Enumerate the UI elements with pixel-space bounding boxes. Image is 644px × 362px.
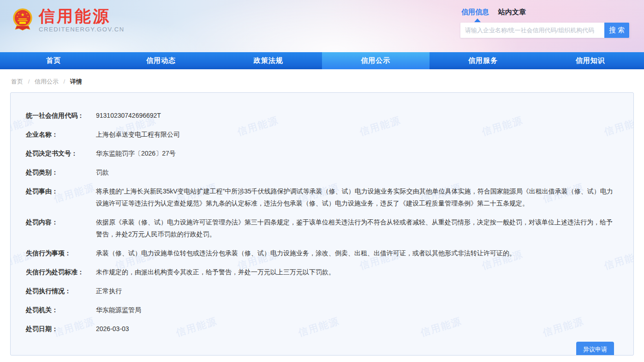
field-value: 2026-03-03 — [96, 323, 615, 335]
breadcrumb: 首页 / 信用公示 / 详情 — [11, 78, 82, 86]
detail-row: 处罚日期：2026-03-03 — [26, 323, 615, 335]
site-logo[interactable]: ★ ★ ★ ★ ★ 信用能源 CREDITENERGY.GOV.CN — [12, 7, 125, 33]
main-nav: 首页 信用动态 政策法规 信用公示 信用服务 信用知识 — [0, 52, 644, 69]
detail-row: 处罚内容：依据原《承装（修、试）电力设施许可证管理办法》第三十四条规定，鉴于该单… — [26, 216, 615, 240]
field-value: 将承揽的“上海长兴新民35kV变电站扩建工程”中所涉35千伏线路保护调试等承装（… — [96, 185, 615, 209]
detail-row: 处罚决定书文号：华东监能罚字〔2026〕27号 — [26, 147, 615, 159]
penalty-detail-card: 信用能源信用能源信用能源信用能源信用能源信用能源信用能源信用能源信用能源信用能源… — [10, 92, 634, 356]
tab-credit-info[interactable]: 信用信息 — [461, 8, 489, 17]
nav-item-policies[interactable]: 政策法规 — [215, 52, 322, 69]
breadcrumb-credit-publicity[interactable]: 信用公示 — [35, 78, 59, 85]
field-label: 统一社会信用代码： — [26, 109, 96, 121]
detail-fields: 统一社会信用代码：91310230742696692T企业名称：上海创卓送变电工… — [26, 109, 615, 335]
field-value: 91310230742696692T — [96, 109, 615, 121]
detail-row: 处罚事由：将承揽的“上海长兴新民35kV变电站扩建工程”中所涉35千伏线路保护调… — [26, 185, 615, 209]
field-label: 失信行为事项： — [26, 247, 96, 259]
field-value: 华东能源监管局 — [96, 304, 615, 316]
breadcrumb-separator: / — [28, 78, 30, 85]
header-search-area: 信用信息 站内文章 搜 索 — [460, 8, 630, 38]
field-value: 上海创卓送变电工程有限公司 — [96, 128, 615, 140]
detail-row: 处罚类别：罚款 — [26, 166, 615, 178]
search-bar: 搜 索 — [460, 23, 630, 38]
active-tab-caret-icon — [474, 18, 481, 22]
breadcrumb-home[interactable]: 首页 — [11, 78, 23, 85]
detail-row: 处罚执行情况：正常执行 — [26, 285, 615, 297]
tab-site-articles[interactable]: 站内文章 — [498, 8, 526, 17]
field-label: 处罚日期： — [26, 323, 96, 335]
search-input[interactable] — [460, 23, 604, 38]
action-row: 异议申请 — [26, 342, 615, 356]
svg-text:★: ★ — [17, 15, 18, 18]
nav-item-credit-news[interactable]: 信用动态 — [107, 52, 215, 69]
field-value: 承装（修、试）电力设施单位转包或违法分包承装（修、试）电力设施业务，涂改、倒卖、… — [96, 247, 615, 259]
nav-item-credit-services[interactable]: 信用服务 — [429, 52, 537, 69]
svg-text:★: ★ — [26, 13, 28, 15]
search-scope-tabs: 信用信息 站内文章 — [460, 8, 630, 17]
detail-row: 失信行为处罚标准：未作规定的，由派出机构责令其改正，给予警告，并处一万元以上三万… — [26, 266, 615, 278]
field-label: 处罚机关： — [26, 304, 96, 316]
site-title: 信用能源 — [39, 7, 125, 25]
nav-item-credit-publicity[interactable]: 信用公示 — [322, 52, 429, 69]
field-value: 未作规定的，由派出机构责令其改正，给予警告，并处一万元以上三万元以下罚款。 — [96, 266, 615, 278]
field-value: 华东监能罚字〔2026〕27号 — [96, 147, 615, 159]
svg-text:★: ★ — [27, 15, 29, 18]
national-emblem-icon: ★ ★ ★ ★ ★ — [12, 7, 33, 32]
site-title-block: 信用能源 CREDITENERGY.GOV.CN — [39, 7, 125, 33]
field-label: 处罚执行情况： — [26, 285, 96, 297]
breadcrumb-separator: / — [64, 78, 66, 85]
detail-row: 失信行为事项：承装（修、试）电力设施单位转包或违法分包承装（修、试）电力设施业务… — [26, 247, 615, 259]
field-value: 正常执行 — [96, 285, 615, 297]
field-value: 罚款 — [96, 166, 615, 178]
svg-text:★: ★ — [18, 13, 19, 15]
field-label: 企业名称： — [26, 128, 96, 140]
nav-item-home[interactable]: 首页 — [0, 52, 107, 69]
field-label: 处罚事由： — [26, 185, 96, 209]
nav-item-credit-knowledge[interactable]: 信用知识 — [537, 52, 644, 69]
field-label: 失信行为处罚标准： — [26, 266, 96, 278]
appeal-button[interactable]: 异议申请 — [576, 342, 614, 356]
field-label: 处罚内容： — [26, 216, 96, 240]
breadcrumb-current-page: 详情 — [70, 78, 82, 85]
detail-row: 处罚机关：华东能源监管局 — [26, 304, 615, 316]
field-label: 处罚类别： — [26, 166, 96, 178]
detail-row: 企业名称：上海创卓送变电工程有限公司 — [26, 128, 615, 140]
site-header: ★ ★ ★ ★ ★ 信用能源 CREDITENERGY.GOV.CN 信用信息 … — [0, 0, 644, 52]
detail-row: 统一社会信用代码：91310230742696692T — [26, 109, 615, 121]
site-domain: CREDITENERGY.GOV.CN — [39, 26, 125, 33]
field-label: 处罚决定书文号： — [26, 147, 96, 159]
field-value: 依据原《承装（修、试）电力设施许可证管理办法》第三十四条规定，鉴于该单位相关违法… — [96, 216, 615, 240]
svg-text:★: ★ — [21, 12, 25, 17]
search-button[interactable]: 搜 索 — [604, 23, 629, 38]
